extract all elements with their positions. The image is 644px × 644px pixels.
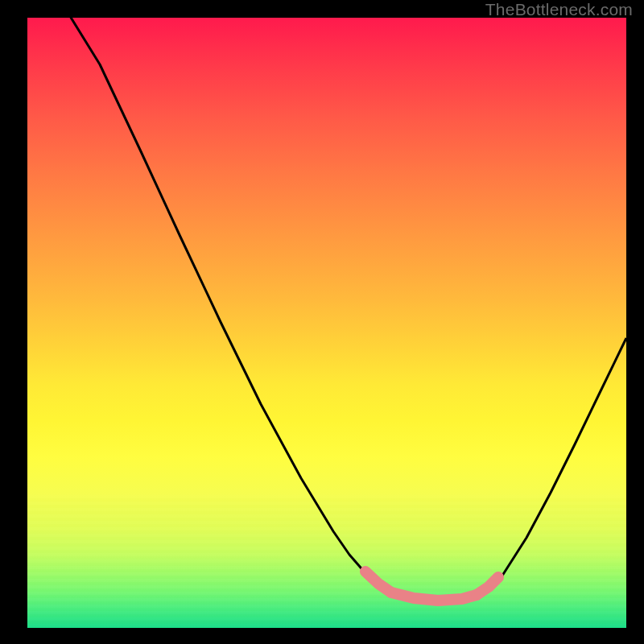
series-highlight-right <box>477 577 498 595</box>
outer-frame: TheBottleneck.com <box>0 0 644 644</box>
series-right-curve <box>482 338 626 592</box>
series-left-curve <box>66 18 378 585</box>
curve-layer <box>27 18 626 628</box>
plot-area <box>27 18 626 628</box>
series-highlight-bottom <box>391 592 477 601</box>
watermark-text: TheBottleneck.com <box>485 0 633 19</box>
